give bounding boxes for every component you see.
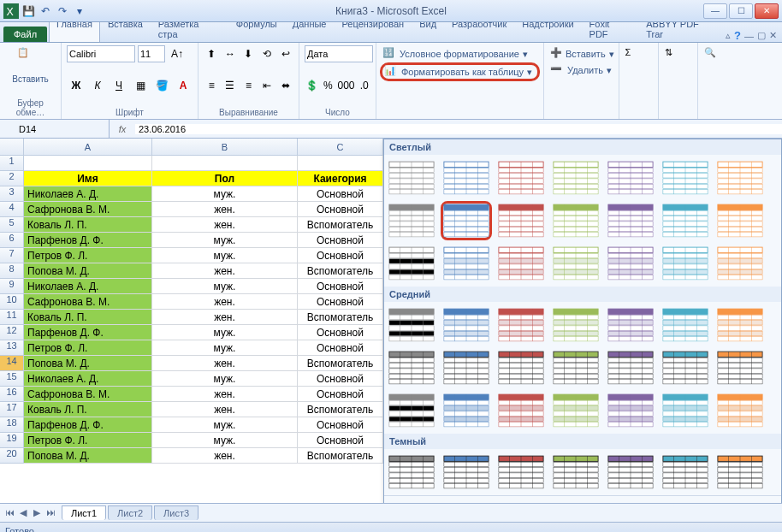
merge-icon[interactable]: ⬌ bbox=[277, 77, 293, 94]
orientation-icon[interactable]: ⟲ bbox=[259, 45, 275, 62]
sheet-tab[interactable]: Лист1 bbox=[62, 505, 106, 520]
table-style-thumb[interactable] bbox=[495, 452, 547, 492]
table-style-thumb[interactable] bbox=[605, 201, 656, 240]
name-box[interactable] bbox=[0, 124, 77, 134]
cell[interactable]: муж. bbox=[152, 325, 298, 340]
table-style-thumb[interactable] bbox=[605, 158, 656, 198]
table-style-thumb[interactable] bbox=[550, 348, 601, 387]
table-style-thumb[interactable] bbox=[714, 158, 766, 198]
align-left-icon[interactable]: ≡ bbox=[204, 77, 220, 94]
sheet-nav-prev-icon[interactable]: ◀ bbox=[17, 507, 29, 518]
border-icon[interactable]: ▦ bbox=[131, 77, 150, 94]
cell[interactable]: Сафронова В. М. bbox=[24, 294, 152, 310]
cell[interactable]: жен. bbox=[152, 217, 298, 233]
font-color-icon[interactable]: A bbox=[174, 77, 193, 94]
table-style-thumb[interactable] bbox=[495, 201, 547, 240]
cell[interactable]: Николаев А. Д. bbox=[24, 371, 152, 387]
minimize-ribbon-icon[interactable]: ▵ bbox=[726, 30, 731, 41]
table-style-thumb[interactable] bbox=[660, 348, 711, 387]
table-style-thumb[interactable] bbox=[660, 158, 711, 198]
table-style-thumb[interactable] bbox=[714, 201, 766, 240]
formula-bar[interactable] bbox=[135, 124, 782, 134]
row-header[interactable]: 17 bbox=[0, 402, 24, 417]
table-style-thumb[interactable] bbox=[714, 452, 766, 492]
table-style-thumb[interactable] bbox=[386, 158, 437, 198]
table-style-thumb[interactable] bbox=[605, 391, 656, 430]
conditional-formatting-button[interactable]: 🔢Условное форматирование▾ bbox=[380, 46, 540, 62]
sheet-tab[interactable]: Лист2 bbox=[108, 505, 152, 520]
table-style-thumb[interactable] bbox=[386, 201, 437, 240]
file-tab[interactable]: Файл bbox=[3, 27, 47, 42]
table-style-thumb[interactable] bbox=[660, 305, 711, 345]
column-header[interactable]: A bbox=[24, 139, 152, 156]
cell[interactable]: жен. bbox=[152, 448, 298, 464]
table-style-thumb[interactable] bbox=[660, 391, 711, 430]
cell[interactable]: жен. bbox=[152, 263, 298, 279]
window-close-icon[interactable]: ✕ bbox=[769, 30, 777, 41]
cell[interactable]: муж. bbox=[152, 248, 298, 263]
cell[interactable]: жен. bbox=[152, 294, 298, 310]
cell[interactable]: Основной bbox=[298, 186, 383, 202]
cell[interactable]: муж. bbox=[152, 233, 298, 248]
cell[interactable]: Сафронова В. М. bbox=[24, 202, 152, 217]
cell[interactable]: Петров Ф. Л. bbox=[24, 340, 152, 356]
new-table-style-button[interactable]: ▦Создать стиль таблицы... bbox=[384, 499, 781, 503]
save-icon[interactable]: 💾 bbox=[21, 3, 36, 19]
table-style-thumb[interactable] bbox=[386, 452, 437, 492]
sheet-nav-last-icon[interactable]: ⏭ bbox=[44, 507, 56, 518]
table-style-thumb[interactable] bbox=[386, 244, 437, 283]
maximize-button[interactable]: ☐ bbox=[729, 3, 753, 19]
table-style-thumb[interactable] bbox=[495, 158, 547, 198]
align-right-icon[interactable]: ≡ bbox=[240, 77, 257, 94]
cell[interactable]: Вспомогатель bbox=[298, 402, 383, 417]
redo-icon[interactable]: ↷ bbox=[55, 3, 70, 19]
table-style-thumb[interactable] bbox=[660, 452, 711, 492]
paste-button[interactable]: 📋 Вставить bbox=[5, 45, 56, 86]
cell[interactable] bbox=[152, 156, 298, 171]
delete-cells-button[interactable]: ➖Удалить▾ bbox=[548, 62, 615, 78]
column-header[interactable]: C bbox=[298, 139, 383, 156]
table-style-thumb[interactable] bbox=[714, 305, 766, 345]
table-style-thumb[interactable] bbox=[386, 348, 437, 387]
grow-font-icon[interactable]: A↑ bbox=[168, 45, 187, 62]
currency-icon[interactable]: 💲 bbox=[305, 77, 319, 94]
cell[interactable]: Попова М. Д. bbox=[24, 448, 152, 464]
row-header[interactable]: 4 bbox=[0, 202, 24, 217]
cell[interactable]: Сафронова В. М. bbox=[24, 387, 152, 402]
table-style-thumb[interactable] bbox=[441, 348, 492, 387]
table-style-thumb[interactable] bbox=[495, 305, 547, 345]
cell[interactable]: Коваль Л. П. bbox=[24, 402, 152, 417]
number-format-select[interactable] bbox=[305, 45, 373, 62]
wrap-icon[interactable]: ↩ bbox=[277, 45, 293, 62]
table-style-thumb[interactable] bbox=[714, 244, 766, 283]
align-center-icon[interactable]: ☰ bbox=[222, 77, 239, 94]
cell[interactable]: муж. bbox=[152, 417, 298, 433]
sheet-tab[interactable]: Лист3 bbox=[154, 505, 198, 520]
table-style-thumb[interactable] bbox=[714, 391, 766, 430]
cell[interactable]: муж. bbox=[152, 371, 298, 387]
row-header[interactable]: 14 bbox=[0, 356, 24, 371]
row-header[interactable]: 5 bbox=[0, 217, 24, 233]
cell[interactable]: жен. bbox=[152, 310, 298, 325]
cell[interactable]: Вспомогатель bbox=[298, 263, 383, 279]
row-header[interactable]: 9 bbox=[0, 279, 24, 294]
row-header[interactable]: 15 bbox=[0, 371, 24, 387]
fx-icon[interactable]: fx bbox=[110, 124, 135, 134]
table-style-thumb[interactable] bbox=[441, 391, 492, 430]
cell[interactable]: Николаев А. Д. bbox=[24, 279, 152, 294]
row-header[interactable]: 20 bbox=[0, 448, 24, 464]
insert-cells-button[interactable]: ➕Вставить▾ bbox=[548, 46, 615, 62]
cell[interactable]: жен. bbox=[152, 402, 298, 417]
table-style-thumb[interactable] bbox=[605, 305, 656, 345]
select-all-corner[interactable] bbox=[0, 139, 24, 156]
qat-more-icon[interactable]: ▾ bbox=[72, 3, 87, 19]
row-header[interactable]: 12 bbox=[0, 325, 24, 340]
cell[interactable]: Петров Ф. Л. bbox=[24, 433, 152, 448]
table-style-thumb[interactable] bbox=[550, 452, 601, 492]
autosum-button[interactable]: Σ bbox=[625, 45, 653, 76]
cell[interactable]: Основной bbox=[298, 294, 383, 310]
table-style-thumb[interactable] bbox=[441, 201, 492, 240]
cell[interactable]: жен. bbox=[152, 356, 298, 371]
cell[interactable]: Основной bbox=[298, 202, 383, 217]
row-header[interactable]: 3 bbox=[0, 186, 24, 202]
